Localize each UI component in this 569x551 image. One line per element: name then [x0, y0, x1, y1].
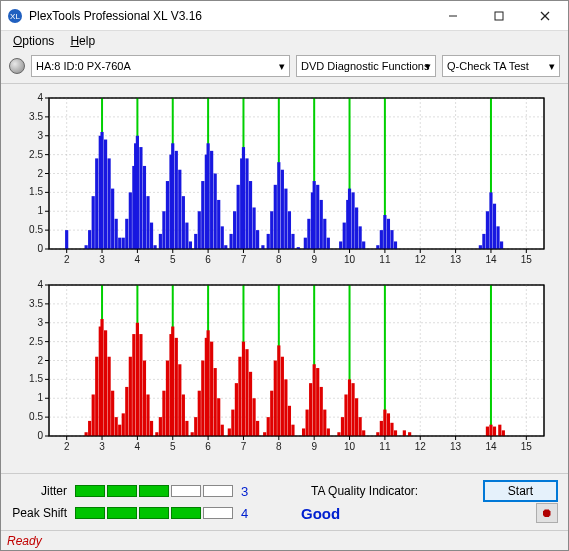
minimize-button[interactable] [430, 1, 476, 31]
svg-rect-71 [185, 223, 188, 249]
svg-rect-84 [233, 211, 236, 249]
function-dropdown[interactable]: DVD Diagnostic Functions ▾ [296, 55, 436, 77]
svg-rect-52 [122, 238, 125, 249]
svg-rect-256 [242, 342, 245, 436]
svg-rect-108 [323, 219, 326, 249]
svg-rect-93 [267, 234, 270, 249]
svg-rect-284 [359, 417, 362, 436]
svg-text:12: 12 [415, 254, 427, 265]
svg-rect-65 [166, 181, 169, 249]
svg-rect-85 [237, 185, 240, 249]
statusbar: Ready [1, 530, 568, 550]
svg-rect-79 [214, 174, 217, 250]
svg-rect-217 [100, 319, 103, 436]
svg-text:5: 5 [170, 441, 176, 452]
svg-rect-222 [118, 425, 121, 436]
svg-rect-242 [191, 432, 194, 436]
svg-rect-95 [274, 185, 277, 249]
svg-text:3: 3 [37, 130, 43, 141]
svg-rect-296 [493, 427, 496, 436]
svg-rect-252 [228, 428, 231, 436]
menu-help[interactable]: Help [64, 33, 101, 49]
chart-top: 00.511.522.533.5423456789101112131415 [9, 92, 560, 267]
device-dropdown-value: HA:8 ID:0 PX-760A [36, 60, 131, 72]
svg-rect-276 [323, 410, 326, 436]
svg-rect-237 [171, 327, 174, 436]
svg-rect-94 [270, 211, 273, 249]
svg-text:4: 4 [37, 92, 43, 103]
svg-rect-51 [118, 238, 121, 249]
svg-text:3.5: 3.5 [29, 111, 43, 122]
peakshift-value: 4 [241, 506, 255, 521]
close-button[interactable] [522, 1, 568, 31]
svg-text:3.5: 3.5 [29, 298, 43, 309]
maximize-button[interactable] [476, 1, 522, 31]
svg-rect-214 [92, 394, 95, 436]
svg-rect-298 [502, 430, 505, 436]
svg-rect-127 [489, 192, 492, 249]
titlebar: XL PlexTools Professional XL V3.16 [1, 1, 568, 31]
svg-rect-238 [175, 338, 178, 436]
svg-rect-215 [95, 357, 98, 436]
app-icon: XL [7, 8, 23, 24]
svg-rect-262 [267, 417, 270, 436]
svg-rect-297 [498, 425, 501, 436]
svg-rect-119 [380, 230, 383, 249]
jitter-label: Jitter [11, 484, 67, 498]
svg-rect-102 [304, 238, 307, 249]
svg-rect-282 [351, 383, 354, 436]
record-button[interactable]: ⏺ [536, 503, 558, 523]
svg-rect-50 [115, 219, 118, 249]
svg-rect-234 [162, 391, 165, 436]
test-dropdown[interactable]: Q-Check TA Test ▾ [442, 55, 560, 77]
peakshift-bars [75, 507, 233, 519]
menu-options[interactable]: Options [7, 33, 60, 49]
svg-rect-278 [337, 432, 340, 436]
device-dropdown[interactable]: HA:8 ID:0 PX-760A ▾ [31, 55, 290, 77]
svg-rect-291 [394, 430, 397, 436]
menubar: Options Help [1, 31, 568, 51]
svg-rect-266 [281, 357, 284, 436]
svg-rect-54 [129, 192, 132, 249]
svg-rect-88 [245, 158, 248, 249]
svg-rect-267 [284, 379, 287, 436]
svg-rect-294 [486, 427, 489, 436]
svg-text:14: 14 [485, 254, 497, 265]
svg-rect-257 [245, 349, 248, 436]
svg-rect-254 [235, 383, 238, 436]
svg-rect-128 [493, 204, 496, 249]
svg-rect-232 [155, 432, 158, 436]
bar-segment [107, 485, 137, 497]
svg-rect-130 [500, 241, 503, 249]
svg-rect-78 [210, 151, 213, 249]
svg-rect-124 [479, 245, 482, 249]
svg-text:0.5: 0.5 [29, 224, 43, 235]
jitter-value: 3 [241, 484, 255, 499]
svg-rect-265 [277, 345, 280, 436]
svg-rect-92 [261, 245, 264, 249]
svg-rect-103 [307, 219, 310, 249]
svg-text:0: 0 [37, 243, 43, 254]
svg-rect-116 [359, 226, 362, 249]
svg-text:11: 11 [379, 441, 391, 452]
svg-rect-74 [198, 211, 201, 249]
svg-rect-82 [224, 245, 227, 249]
svg-text:15: 15 [521, 441, 533, 452]
svg-text:13: 13 [450, 441, 462, 452]
svg-rect-277 [327, 428, 330, 436]
svg-rect-259 [252, 398, 255, 436]
svg-rect-286 [376, 432, 379, 436]
svg-rect-243 [194, 417, 197, 436]
svg-rect-268 [288, 406, 291, 436]
svg-rect-240 [182, 394, 185, 436]
chart-area: 00.511.522.533.5423456789101112131415 00… [1, 84, 568, 473]
svg-rect-73 [194, 234, 197, 249]
svg-text:1: 1 [37, 392, 43, 403]
svg-text:2: 2 [37, 168, 43, 179]
svg-rect-46 [100, 132, 103, 249]
quality-value: Good [301, 505, 340, 522]
svg-rect-270 [302, 428, 305, 436]
svg-rect-271 [306, 410, 309, 436]
start-button[interactable]: Start [483, 480, 558, 502]
svg-text:0: 0 [37, 430, 43, 441]
